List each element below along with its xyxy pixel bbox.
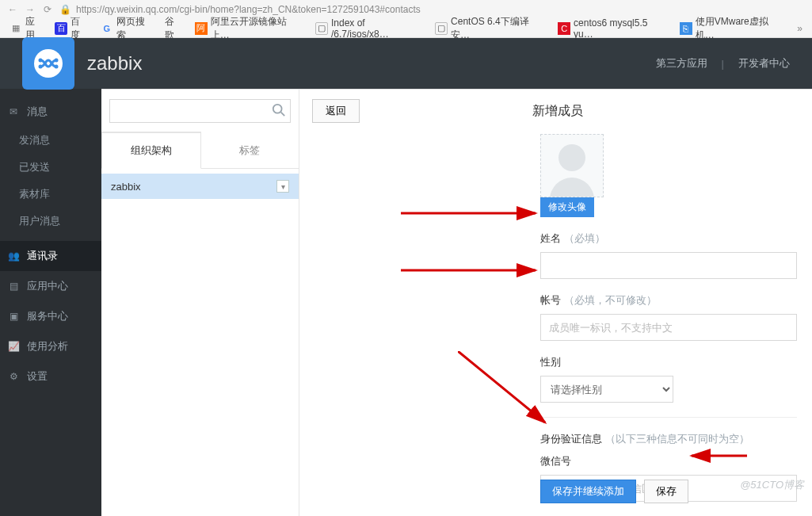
browser-chrome: ← → ⟳ 🔒 https://qy.weixin.qq.com/cgi-bin… <box>0 0 812 38</box>
page-title: 新增成员 <box>360 103 755 120</box>
arrow-annotation <box>401 261 543 280</box>
bookmarks-bar: ▦应用 百百度 G网页搜索 谷歌 阿阿里云开源镜像站上… ▢Index of /… <box>0 18 812 38</box>
bookmark-indexof[interactable]: ▢Index of /6.7/isos/x8… <box>315 17 424 40</box>
svg-line-9 <box>458 351 545 422</box>
sidebar-service[interactable]: ▣服务中心 <box>0 301 101 331</box>
form-area: 修改头像 姓名（必填） 帐号（必填，不可修改） 性别 请选择性别 <box>540 134 799 502</box>
sidebar-settings[interactable]: ⚙设置 <box>0 361 101 392</box>
sidebar-contacts[interactable]: 👥通讯录 <box>0 241 101 271</box>
wechat-label: 微信号 <box>540 454 799 468</box>
idinfo-label: 身份验证信息（以下三种信息不可同时为空） <box>540 432 799 446</box>
tree-list: zabbix ▾ <box>101 169 299 516</box>
sidebar-item-material[interactable]: 素材库 <box>0 181 101 208</box>
main-area: 组织架构 标签 zabbix ▾ 返回 新增成员 <box>101 89 812 516</box>
name-input[interactable] <box>540 252 797 279</box>
gear-icon: ⚙ <box>8 371 19 382</box>
link-devcenter[interactable]: 开发者中心 <box>738 56 790 71</box>
name-label: 姓名（必填） <box>540 231 799 246</box>
sidebar-appcenter[interactable]: ▤应用中心 <box>0 271 101 301</box>
contacts-icon: 👥 <box>8 250 19 262</box>
header-right: 第三方应用 | 开发者中心 <box>656 38 790 89</box>
gender-select[interactable]: 请选择性别 <box>540 376 673 403</box>
chart-icon: 📈 <box>8 341 19 352</box>
search-input[interactable] <box>109 99 291 123</box>
account-input[interactable] <box>540 314 797 341</box>
sidebar-msg-header[interactable]: ✉消息 <box>0 97 101 127</box>
tab-tag[interactable]: 标签 <box>201 132 299 169</box>
left-panel: 组织架构 标签 zabbix ▾ <box>101 90 299 516</box>
centos-icon: C <box>558 22 570 35</box>
google-icon: G <box>101 22 113 35</box>
svg-point-1 <box>39 59 43 63</box>
sidebar-item-send[interactable]: 发消息 <box>0 127 101 154</box>
chat-dna-icon <box>32 48 64 79</box>
divider: | <box>722 58 724 70</box>
app-icon: ▤ <box>8 281 19 292</box>
change-avatar-button[interactable]: 修改头像 <box>540 197 594 217</box>
nav-back-icon[interactable]: ← <box>6 3 19 16</box>
apps-icon: ▦ <box>10 22 22 35</box>
message-icon: ✉ <box>8 106 19 117</box>
avatar-head-icon <box>558 144 585 171</box>
divider <box>540 417 797 418</box>
svg-line-6 <box>281 113 285 117</box>
vmware-icon: ⎘ <box>680 22 692 35</box>
avatar-body-icon <box>550 178 594 197</box>
tree-item-zabbix[interactable]: zabbix ▾ <box>101 174 299 199</box>
content-row: 组织架构 标签 zabbix ▾ 返回 新增成员 <box>101 89 812 516</box>
avatar-placeholder[interactable] <box>540 134 604 197</box>
url-text[interactable]: https://qy.weixin.qq.com/cgi-bin/home?la… <box>76 4 806 15</box>
baidu-icon: 百 <box>55 22 67 35</box>
nav-forward-icon[interactable]: → <box>24 3 36 16</box>
back-button[interactable]: 返回 <box>312 99 360 123</box>
gender-label: 性别 <box>540 355 799 369</box>
sidebar-item-sent[interactable]: 已发送 <box>0 154 101 181</box>
search-icon[interactable] <box>272 103 286 120</box>
svg-point-3 <box>55 59 59 63</box>
brand-title: zabbix <box>87 52 142 75</box>
search-box <box>109 99 291 123</box>
service-icon: ▣ <box>8 311 19 322</box>
watermark: @51CTO博客 <box>740 478 804 492</box>
arrow-annotation <box>401 204 543 223</box>
tree-item-label: zabbix <box>111 181 141 193</box>
svg-point-5 <box>273 105 282 113</box>
account-label: 帐号（必填，不可修改） <box>540 293 799 308</box>
svg-point-2 <box>39 65 43 69</box>
sidebar-item-usermsg[interactable]: 用户消息 <box>0 208 101 235</box>
footer-buttons: 保存并继续添加 保存 <box>540 480 688 503</box>
page-icon: ▢ <box>435 22 448 35</box>
app-header: zabbix 第三方应用 | 开发者中心 <box>0 38 812 89</box>
tab-org[interactable]: 组织架构 <box>101 132 201 169</box>
bookmark-overflow[interactable]: » <box>797 23 802 34</box>
tree-tabs: 组织架构 标签 <box>101 132 299 169</box>
detail-panel: 返回 新增成员 修改头像 姓名（必填） 帐号（必填，不可修改 <box>299 90 812 516</box>
link-thirdparty[interactable]: 第三方应用 <box>656 56 707 71</box>
page-icon: ▢ <box>315 22 328 35</box>
sidebar: ✉消息 发消息 已发送 素材库 用户消息 👥通讯录 ▤应用中心 ▣服务中心 📈使… <box>0 89 101 516</box>
app-logo <box>22 37 74 90</box>
reload-icon[interactable]: ⟳ <box>41 3 54 16</box>
save-continue-button[interactable]: 保存并继续添加 <box>540 480 636 503</box>
svg-point-4 <box>55 65 59 69</box>
bookmark-centos6mysql[interactable]: Ccentos6 mysql5.5 yu… <box>558 17 669 40</box>
lock-icon: 🔒 <box>59 3 71 16</box>
app-body: ✉消息 发消息 已发送 素材库 用户消息 👥通讯录 ▤应用中心 ▣服务中心 📈使… <box>0 89 812 516</box>
sidebar-analysis[interactable]: 📈使用分析 <box>0 331 101 361</box>
svg-point-0 <box>34 49 63 78</box>
save-button[interactable]: 保存 <box>644 480 688 503</box>
ali-icon: 阿 <box>195 22 208 35</box>
chevron-down-icon[interactable]: ▾ <box>276 180 289 193</box>
